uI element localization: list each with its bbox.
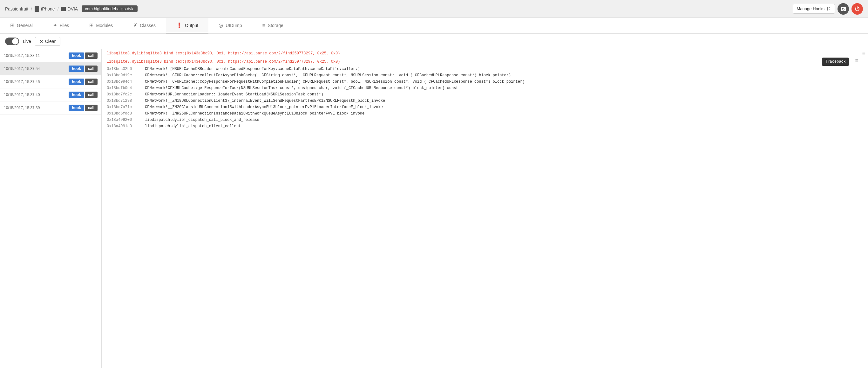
hook-call-buttons: hook call [69, 65, 97, 72]
tab-modules-label: Modules [96, 23, 113, 28]
traceback-row: 0x18a499200 libdispatch.dylib!_dispatch_… [102, 117, 868, 123]
clear-button[interactable]: ✕ Clear [35, 37, 60, 46]
traceback-func: CFNetwork!CFXURLCache::getResponseForTas… [145, 86, 459, 90]
traceback-row: 0x18bcc32b0 CFNetwork!-[NSURLCacheDBRead… [102, 66, 868, 72]
tab-uidump[interactable]: ◎ UIDump [209, 18, 252, 33]
tab-general-label: General [17, 23, 33, 28]
manage-hooks-button[interactable]: Manage Hooks ⚐ [793, 4, 835, 14]
traceback-addr: 0x18bc9d19c [107, 73, 145, 78]
traceback-row: 0x18bd7a71c CFNetwork!__ZN20ClassicURLCo… [102, 104, 868, 110]
traceback-func: CFNetwork!__ZN19URLConnectionClient37_in… [145, 98, 385, 103]
breadcrumb-dvia[interactable]: DVIA [61, 6, 78, 11]
traceback-func: CFNetwork!URLConnectionLoader::_loaderEv… [145, 92, 323, 97]
log-item[interactable]: 10/15/2017, 15:37:45 hook call [0, 75, 101, 88]
traceback-addr: 0x18bd7a71c [107, 105, 145, 109]
output-panel: libsqlite3.dylib!sqlite3_bind_text(0x143… [102, 49, 868, 368]
traceback-row: 0x18bd71298 CFNetwork!__ZN19URLConnectio… [102, 97, 868, 104]
output-icon: ❗ [176, 22, 182, 28]
header: Passionfruit / iPhone / DVIA com.highalt… [0, 0, 868, 18]
log-timestamp: 10/15/2017, 15:37:40 [4, 92, 66, 97]
menu-dots-button-2[interactable]: ≡ [855, 58, 859, 64]
traceback-row: 0x18bdfb0d4 CFNetwork!CFXURLCache::getRe… [102, 85, 868, 91]
tab-classes[interactable]: ✗ Classes [123, 18, 166, 33]
log-item[interactable]: 10/15/2017, 15:38:11 hook call [0, 49, 101, 62]
traceback-func: CFNetwork!-[NSURLCacheDBReader createCac… [145, 67, 360, 71]
power-button[interactable] [851, 3, 863, 15]
traceback-addr: 0x18bc994c4 [107, 80, 145, 84]
log-item[interactable]: 10/15/2017, 15:37:40 hook call [0, 88, 101, 102]
hook-call-buttons: hook call [69, 105, 97, 111]
log-item[interactable]: 10/15/2017, 15:37:54 hook call [0, 62, 101, 75]
traceback-addr: 0x18a499200 [107, 118, 145, 122]
output-line-1: libsqlite3.dylib!sqlite3_bind_text(0x143… [102, 49, 868, 58]
call-button[interactable]: call [85, 79, 97, 85]
call-button[interactable]: call [85, 92, 97, 98]
hook-button[interactable]: hook [69, 53, 84, 59]
uidump-icon: ◎ [219, 22, 223, 28]
call-button[interactable]: call [85, 105, 97, 111]
traceback-func: libdispatch.dylib!_dispatch_client_callo… [145, 124, 241, 129]
files-icon: ✦ [53, 22, 57, 28]
tab-files[interactable]: ✦ Files [43, 18, 80, 33]
log-timestamp: 10/15/2017, 15:37:54 [4, 66, 66, 71]
tab-storage-label: Storage [268, 23, 283, 28]
main-content: 10/15/2017, 15:38:11 hook call 10/15/201… [0, 49, 868, 368]
traceback-row: 0x18bd6fdd8 CFNetwork!__ZNK25URLConnecti… [102, 110, 868, 117]
output-text-2: libsqlite3.dylib!sqlite3_bind_text(0x143… [107, 59, 340, 64]
manage-hooks-icon: ⚐ [826, 6, 831, 12]
output-text-1: libsqlite3.dylib!sqlite3_bind_text(0x143… [107, 51, 340, 56]
modules-icon: ⊞ [89, 22, 93, 28]
traceback-func: CFNetwork!__CFURLCache::calloutForAsyncD… [145, 73, 511, 78]
menu-dots-button-1[interactable]: ≡ [862, 50, 865, 57]
phone-icon [35, 6, 39, 12]
tab-classes-label: Classes [140, 23, 156, 28]
traceback-tooltip: Traceback [822, 58, 849, 66]
traceback-row: 0x18bd7fc2c CFNetwork!URLConnectionLoade… [102, 91, 868, 97]
traceback-addr: 0x18bdfb0d4 [107, 86, 145, 90]
call-button[interactable]: call [85, 65, 97, 72]
tab-output[interactable]: ❗ Output [166, 18, 209, 33]
app-bundle-id: com.highaltitudehacks.dvia [82, 5, 137, 12]
live-toggle[interactable] [5, 37, 19, 45]
tab-general[interactable]: ⊞ General [0, 18, 43, 33]
tab-files-label: Files [60, 23, 69, 28]
breadcrumb-iphone[interactable]: iPhone [35, 6, 55, 12]
hook-call-buttons: hook call [69, 92, 97, 98]
breadcrumb: Passionfruit / iPhone / DVIA com.highalt… [5, 5, 137, 12]
header-actions: Manage Hooks ⚐ [793, 3, 863, 15]
traceback-addr: 0x18bcc32b0 [107, 67, 145, 71]
traceback-func: CFNetwork!__ZNK25URLConnectionInstanceDa… [145, 111, 365, 116]
traceback-addr: 0x18bd71298 [107, 98, 145, 103]
tab-uidump-label: UIDump [225, 23, 242, 28]
traceback-row: 0x18bc994c4 CFNetwork!__CFURLCache::Copy… [102, 79, 868, 85]
tab-output-label: Output [185, 23, 198, 28]
traceback-addr: 0x18bd6fdd8 [107, 111, 145, 116]
call-button[interactable]: call [85, 53, 97, 59]
traceback-func: CFNetwork!__CFURLCache::CopyResponseForR… [145, 80, 525, 84]
general-icon: ⊞ [10, 22, 14, 28]
breadcrumb-sep-1: / [31, 6, 32, 11]
clear-label: Clear [45, 39, 56, 44]
camera-button[interactable] [837, 3, 849, 15]
live-label: Live [23, 39, 31, 44]
output-line-2: libsqlite3.dylib!sqlite3_bind_text(0x143… [102, 58, 868, 66]
hook-button[interactable]: hook [69, 65, 84, 72]
hook-button[interactable]: hook [69, 105, 84, 111]
breadcrumb-passionfruit[interactable]: Passionfruit [5, 6, 28, 11]
nav-tabs: ⊞ General ✦ Files ⊞ Modules ✗ Classes ❗ … [0, 18, 868, 34]
log-item[interactable]: 10/15/2017, 15:37:39 hook call [0, 102, 101, 114]
traceback-func: libdispatch.dylib!_dispatch_call_block_a… [145, 118, 259, 122]
tab-storage[interactable]: ≡ Storage [252, 18, 293, 33]
camera-icon [840, 6, 846, 11]
hook-call-buttons: hook call [69, 53, 97, 59]
log-list: 10/15/2017, 15:38:11 hook call 10/15/201… [0, 49, 102, 368]
traceback-addr: 0x18bd7fc2c [107, 92, 145, 97]
classes-icon: ✗ [133, 22, 137, 28]
toolbar: Live ✕ Clear [0, 34, 868, 49]
hook-button[interactable]: hook [69, 92, 84, 98]
hook-button[interactable]: hook [69, 79, 84, 85]
traceback-row: 0x18a4991c0 libdispatch.dylib!_dispatch_… [102, 123, 868, 130]
tab-modules[interactable]: ⊞ Modules [79, 18, 123, 33]
breadcrumb-sep-2: / [58, 6, 59, 11]
breadcrumb-dvia-label: DVIA [68, 6, 78, 11]
